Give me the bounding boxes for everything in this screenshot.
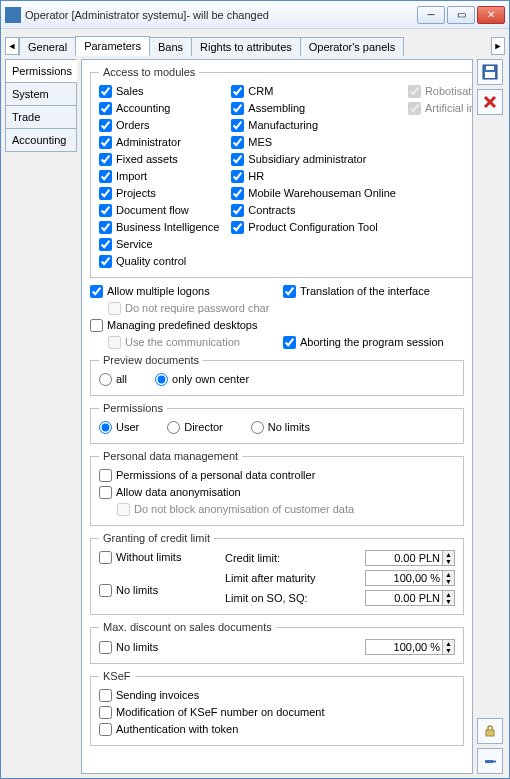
- limit-so-spinner[interactable]: ▲▼: [443, 590, 455, 606]
- credit-limit-input[interactable]: [365, 550, 443, 566]
- cb-credit-without[interactable]: [99, 551, 112, 564]
- window-title: Operator [Administrator systemu]- will b…: [25, 9, 415, 21]
- app-icon: [5, 7, 21, 23]
- svg-rect-1: [486, 66, 494, 70]
- x-icon: [483, 95, 497, 109]
- cb-ksef-sending[interactable]: [99, 689, 112, 702]
- limit-after-label: Limit after maturity: [225, 572, 337, 584]
- cb-pdm-anon[interactable]: [99, 486, 112, 499]
- main-panel: Access to modules Sales Accounting Order…: [81, 59, 473, 774]
- cb-crm[interactable]: [231, 85, 244, 98]
- credit-group: Granting of credit limit Without limits …: [90, 532, 464, 615]
- cb-abort-session[interactable]: [283, 336, 296, 349]
- radio-perm-director[interactable]: [167, 421, 180, 434]
- svg-rect-3: [486, 730, 494, 736]
- cb-accounting[interactable]: [99, 102, 112, 115]
- cb-no-pwd-char: [108, 302, 121, 315]
- tab-scroll-right[interactable]: ►: [491, 37, 505, 55]
- sidetab-permissions[interactable]: Permissions: [5, 59, 77, 83]
- cb-assembling[interactable]: [231, 102, 244, 115]
- access-modules-legend: Access to modules: [99, 66, 199, 78]
- maxdisc-input[interactable]: [365, 639, 443, 655]
- tab-general[interactable]: General: [19, 37, 76, 56]
- cb-fixed-assets[interactable]: [99, 153, 112, 166]
- pin-button[interactable]: [477, 748, 503, 774]
- svg-rect-2: [485, 72, 495, 78]
- tab-bans[interactable]: Bans: [149, 37, 192, 56]
- permissions-legend: Permissions: [99, 402, 167, 414]
- tab-scroll-left[interactable]: ◄: [5, 37, 19, 55]
- cb-use-communication: [108, 336, 121, 349]
- top-tabstrip: ◄ General Parameters Bans Rights to attr…: [1, 29, 509, 55]
- delete-button[interactable]: [477, 89, 503, 115]
- cb-import[interactable]: [99, 170, 112, 183]
- minimize-button[interactable]: ─: [417, 6, 445, 24]
- credit-legend: Granting of credit limit: [99, 532, 214, 544]
- limit-after-input[interactable]: [365, 570, 443, 586]
- cb-document-flow[interactable]: [99, 204, 112, 217]
- cb-pct[interactable]: [231, 221, 244, 234]
- cb-projects[interactable]: [99, 187, 112, 200]
- limit-so-label: Limit on SO, SQ:: [225, 592, 337, 604]
- credit-limit-spinner[interactable]: ▲▼: [443, 550, 455, 566]
- close-button[interactable]: ✕: [477, 6, 505, 24]
- cb-sales[interactable]: [99, 85, 112, 98]
- cb-mes[interactable]: [231, 136, 244, 149]
- cb-maxdisc-nolimits[interactable]: [99, 641, 112, 654]
- access-modules-group: Access to modules Sales Accounting Order…: [90, 66, 473, 278]
- maxdisc-group: Max. discount on sales documents No limi…: [90, 621, 464, 664]
- limit-after-spinner[interactable]: ▲▼: [443, 570, 455, 586]
- cb-service[interactable]: [99, 238, 112, 251]
- maxdisc-spinner[interactable]: ▲▼: [443, 639, 455, 655]
- pin-icon: [483, 754, 497, 768]
- cb-administrator[interactable]: [99, 136, 112, 149]
- cb-manufacturing[interactable]: [231, 119, 244, 132]
- tab-panels[interactable]: Operator's panels: [300, 37, 404, 56]
- cb-rpa: [408, 85, 421, 98]
- sidetab-system[interactable]: System: [5, 82, 77, 106]
- radio-perm-nolimits[interactable]: [251, 421, 264, 434]
- sidetab-trade[interactable]: Trade: [5, 105, 77, 129]
- lock-button[interactable]: [477, 718, 503, 744]
- floppy-icon: [482, 64, 498, 80]
- cb-ai: [408, 102, 421, 115]
- right-toolbar: [477, 59, 505, 774]
- lock-icon: [483, 724, 497, 738]
- tab-parameters[interactable]: Parameters: [75, 36, 150, 56]
- titlebar: Operator [Administrator systemu]- will b…: [1, 1, 509, 29]
- cb-ksef-auth[interactable]: [99, 723, 112, 736]
- maxdisc-legend: Max. discount on sales documents: [99, 621, 276, 633]
- pdm-group: Personal data management Permissions of …: [90, 450, 464, 526]
- cb-hr[interactable]: [231, 170, 244, 183]
- cb-contracts[interactable]: [231, 204, 244, 217]
- pdm-legend: Personal data management: [99, 450, 242, 462]
- cb-qc[interactable]: [99, 255, 112, 268]
- limit-so-input[interactable]: [365, 590, 443, 606]
- tab-rights[interactable]: Rights to attributes: [191, 37, 301, 56]
- window: Operator [Administrator systemu]- will b…: [0, 0, 510, 779]
- ksef-group: KSeF Sending invoices Modification of KS…: [90, 670, 464, 746]
- cb-pdm-noblock: [117, 503, 130, 516]
- cb-allow-multiple-logons[interactable]: [90, 285, 103, 298]
- cb-mwo[interactable]: [231, 187, 244, 200]
- cb-credit-nolimits[interactable]: [99, 584, 112, 597]
- radio-preview-all[interactable]: [99, 373, 112, 386]
- side-tabstrip: Permissions System Trade Accounting: [5, 59, 77, 774]
- cb-subsidiary[interactable]: [231, 153, 244, 166]
- sidetab-accounting[interactable]: Accounting: [5, 128, 77, 152]
- ksef-legend: KSeF: [99, 670, 135, 682]
- cb-predefined-desktops[interactable]: [90, 319, 103, 332]
- cb-pdm-controller[interactable]: [99, 469, 112, 482]
- credit-limit-label: Credit limit:: [225, 552, 337, 564]
- preview-docs-legend: Preview documents: [99, 354, 203, 366]
- radio-preview-own[interactable]: [155, 373, 168, 386]
- preview-docs-group: Preview documents all only own center: [90, 354, 464, 396]
- cb-ksef-mod[interactable]: [99, 706, 112, 719]
- radio-perm-user[interactable]: [99, 421, 112, 434]
- permissions-group: Permissions User Director No limits: [90, 402, 464, 444]
- cb-orders[interactable]: [99, 119, 112, 132]
- maximize-button[interactable]: ▭: [447, 6, 475, 24]
- cb-bi[interactable]: [99, 221, 112, 234]
- cb-translation[interactable]: [283, 285, 296, 298]
- save-button[interactable]: [477, 59, 503, 85]
